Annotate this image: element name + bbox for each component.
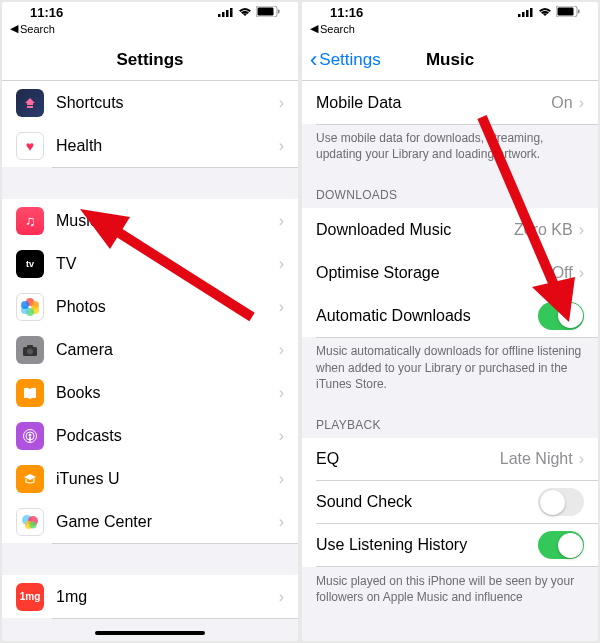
- battery-icon: [556, 5, 580, 20]
- row-label: TV: [56, 255, 279, 273]
- row-optimise-storage[interactable]: Optimise Storage Off ›: [302, 251, 598, 294]
- page-title: Settings: [116, 50, 183, 70]
- row-shortcuts[interactable]: Shortcuts ›: [2, 81, 298, 124]
- chevron-right-icon: ›: [579, 450, 584, 468]
- toggle-listening-history[interactable]: [538, 531, 584, 559]
- wifi-icon: [238, 5, 252, 20]
- group-gap: [2, 167, 298, 199]
- back-to-search[interactable]: ◀ Search: [2, 22, 298, 39]
- row-health[interactable]: ♥ Health ›: [2, 124, 298, 167]
- status-time: 11:16: [30, 5, 63, 20]
- status-time: 11:16: [330, 5, 363, 20]
- chevron-right-icon: ›: [279, 212, 284, 230]
- chevron-left-icon: ◀: [310, 22, 318, 35]
- podcasts-icon: [16, 422, 44, 450]
- row-photos[interactable]: Photos ›: [2, 285, 298, 328]
- signal-icon: [218, 5, 234, 20]
- row-eq[interactable]: EQ Late Night ›: [302, 438, 598, 481]
- svg-rect-22: [530, 8, 533, 17]
- chevron-right-icon: ›: [279, 427, 284, 445]
- nav-bar: ‹ Settings Music: [302, 39, 598, 81]
- row-value: On: [551, 94, 572, 112]
- svg-rect-24: [558, 7, 574, 15]
- row-label: EQ: [316, 450, 500, 468]
- gamecenter-icon: [16, 508, 44, 536]
- status-bar: 11:16: [2, 2, 298, 22]
- battery-icon: [256, 5, 280, 20]
- header-playback: PLAYBACK: [302, 400, 598, 438]
- chevron-right-icon: ›: [279, 588, 284, 606]
- health-icon: ♥: [16, 132, 44, 160]
- tv-icon: tv: [16, 250, 44, 278]
- footer-downloads: Music automatically downloads for offlin…: [302, 337, 598, 400]
- nav-back-label: Settings: [319, 50, 380, 70]
- svg-rect-6: [278, 9, 280, 13]
- row-1mg[interactable]: 1mg 1mg ›: [2, 575, 298, 618]
- chevron-right-icon: ›: [279, 513, 284, 531]
- row-gamecenter[interactable]: Game Center ›: [2, 500, 298, 543]
- photos-icon: [16, 293, 44, 321]
- group-gap: [2, 543, 298, 575]
- row-label: Game Center: [56, 513, 279, 531]
- row-tv[interactable]: tv TV ›: [2, 242, 298, 285]
- row-itunesu[interactable]: iTunes U ›: [2, 457, 298, 500]
- chevron-right-icon: ›: [279, 341, 284, 359]
- home-indicator[interactable]: [95, 631, 205, 635]
- app-1mg-icon: 1mg: [16, 583, 44, 611]
- svg-rect-1: [222, 12, 225, 17]
- row-mobile-data[interactable]: Mobile Data On ›: [302, 81, 598, 124]
- row-podcasts[interactable]: Podcasts ›: [2, 414, 298, 457]
- row-label: Sound Check: [316, 493, 538, 511]
- wifi-icon: [538, 5, 552, 20]
- chevron-left-icon: ‹: [310, 47, 317, 73]
- row-value: Zero KB: [514, 221, 573, 239]
- nav-back-button[interactable]: ‹ Settings: [310, 47, 381, 73]
- books-icon: [16, 379, 44, 407]
- svg-rect-25: [578, 9, 580, 13]
- row-camera[interactable]: Camera ›: [2, 328, 298, 371]
- left-phone-settings: 11:16 ◀ Search Settings Shortcuts › ♥ He…: [2, 2, 298, 641]
- music-icon: ♫: [16, 207, 44, 235]
- chevron-right-icon: ›: [279, 470, 284, 488]
- chevron-right-icon: ›: [279, 384, 284, 402]
- row-downloaded-music[interactable]: Downloaded Music Zero KB ›: [302, 208, 598, 251]
- row-label: Music: [56, 212, 279, 230]
- settings-list-group1: Shortcuts › ♥ Health ›: [2, 81, 298, 167]
- chevron-right-icon: ›: [279, 255, 284, 273]
- back-search-label: Search: [20, 23, 55, 35]
- svg-point-9: [27, 348, 33, 354]
- chevron-right-icon: ›: [579, 94, 584, 112]
- row-label: Books: [56, 384, 279, 402]
- row-value: Off: [552, 264, 573, 282]
- row-books[interactable]: Books ›: [2, 371, 298, 414]
- settings-list-group3: 1mg 1mg ›: [2, 575, 298, 618]
- row-label: Photos: [56, 298, 279, 316]
- row-label: Shortcuts: [56, 94, 279, 112]
- footer-mobile-data: Use mobile data for downloads, streaming…: [302, 124, 598, 170]
- nav-bar: Settings: [2, 39, 298, 81]
- settings-list-group2: ♫ Music › tv TV ›: [2, 199, 298, 543]
- back-to-search[interactable]: ◀ Search: [302, 22, 598, 39]
- svg-point-16: [30, 521, 37, 528]
- svg-rect-2: [226, 10, 229, 17]
- chevron-right-icon: ›: [579, 264, 584, 282]
- row-label: Camera: [56, 341, 279, 359]
- chevron-right-icon: ›: [279, 94, 284, 112]
- shortcuts-icon: [16, 89, 44, 117]
- header-downloads: DOWNLOADS: [302, 170, 598, 208]
- row-music[interactable]: ♫ Music ›: [2, 199, 298, 242]
- row-value: Late Night: [500, 450, 573, 468]
- svg-rect-5: [258, 7, 274, 15]
- chevron-right-icon: ›: [279, 137, 284, 155]
- itunesu-icon: [16, 465, 44, 493]
- status-bar: 11:16: [302, 2, 598, 22]
- chevron-right-icon: ›: [579, 221, 584, 239]
- svg-rect-21: [526, 10, 529, 17]
- row-label: iTunes U: [56, 470, 279, 488]
- svg-rect-3: [230, 8, 233, 17]
- row-label: Use Listening History: [316, 536, 538, 554]
- row-sound-check: Sound Check: [302, 481, 598, 524]
- row-automatic-downloads: Automatic Downloads: [302, 294, 598, 337]
- toggle-automatic-downloads[interactable]: [538, 302, 584, 330]
- toggle-sound-check[interactable]: [538, 488, 584, 516]
